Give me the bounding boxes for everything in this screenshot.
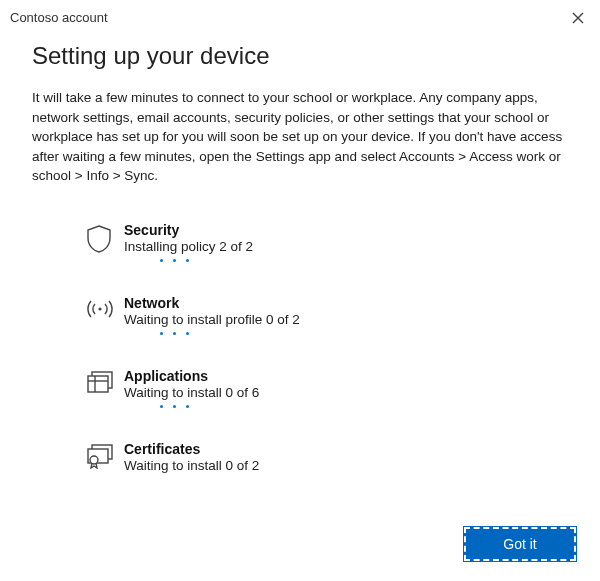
setup-item-status: Installing policy 2 of 2	[124, 239, 568, 254]
setup-item-title: Network	[124, 295, 568, 311]
setup-item-list: Security Installing policy 2 of 2 Networ…	[32, 222, 568, 473]
dialog-footer: Got it	[464, 527, 576, 561]
setup-item-applications: Applications Waiting to install 0 of 6	[86, 368, 568, 411]
shield-icon	[86, 222, 124, 254]
close-button[interactable]	[566, 6, 590, 30]
page-description: It will take a few minutes to connect to…	[32, 88, 568, 186]
setup-item-security: Security Installing policy 2 of 2	[86, 222, 568, 265]
certificates-icon	[86, 441, 124, 469]
setup-item-status: Waiting to install 0 of 2	[124, 458, 568, 473]
setup-item-title: Certificates	[124, 441, 568, 457]
progress-indicator	[124, 405, 568, 411]
progress-indicator	[124, 332, 568, 338]
dialog-window: Contoso account Setting up your device I…	[0, 0, 600, 581]
svg-point-9	[90, 456, 98, 464]
setup-item-status: Waiting to install profile 0 of 2	[124, 312, 568, 327]
setup-item-status: Waiting to install 0 of 6	[124, 385, 568, 400]
page-title: Setting up your device	[32, 42, 568, 70]
setup-item-network: Network Waiting to install profile 0 of …	[86, 295, 568, 338]
applications-icon	[86, 368, 124, 396]
setup-item-title: Applications	[124, 368, 568, 384]
setup-item-title: Security	[124, 222, 568, 238]
network-icon	[86, 295, 124, 321]
close-icon	[572, 12, 584, 24]
setup-item-certificates: Certificates Waiting to install 0 of 2	[86, 441, 568, 473]
content-area: Setting up your device It will take a fe…	[0, 34, 600, 473]
titlebar: Contoso account	[0, 0, 600, 34]
progress-indicator	[124, 259, 568, 265]
svg-rect-4	[88, 376, 108, 392]
got-it-button[interactable]: Got it	[464, 527, 576, 561]
svg-point-2	[98, 307, 101, 310]
window-title: Contoso account	[10, 10, 108, 25]
